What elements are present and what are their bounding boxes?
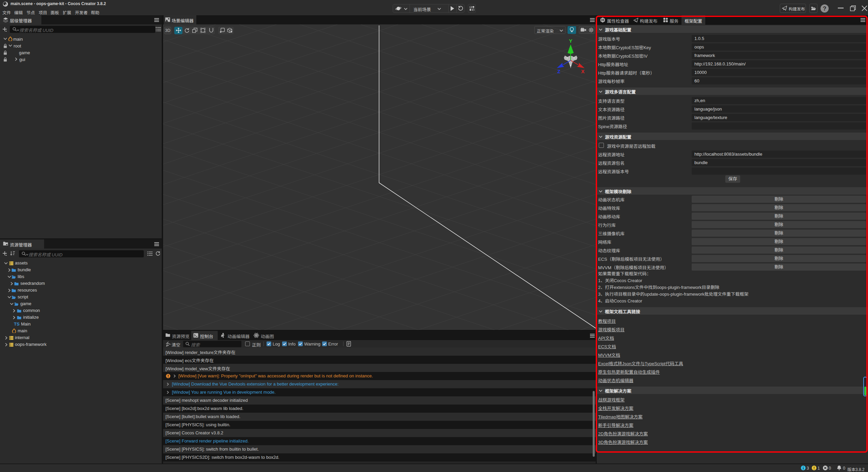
svg-text:Y: Y [569, 38, 572, 44]
svg-text:?: ? [823, 5, 826, 12]
svg-text:Z: Z [557, 68, 560, 74]
svg-text:X: X [581, 68, 585, 74]
